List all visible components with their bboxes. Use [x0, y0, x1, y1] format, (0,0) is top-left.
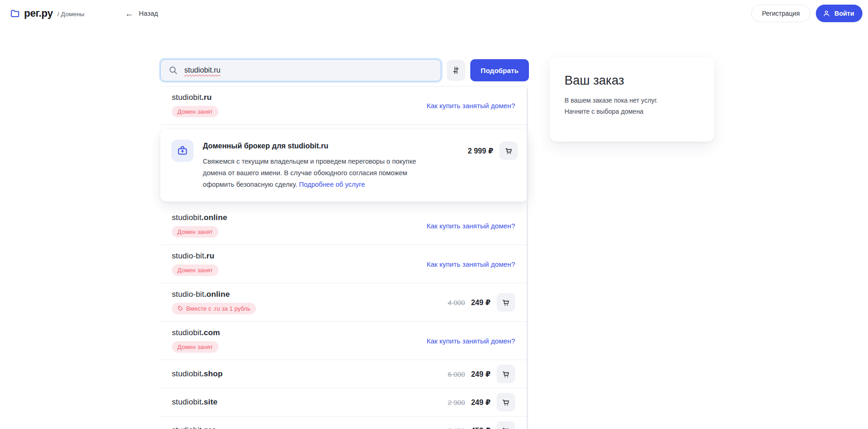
domain-result-row: studio-bit.ru Домен занят Как купить зан…	[160, 245, 528, 283]
domain-busy-badge: Домен занят	[172, 264, 219, 276]
login-button[interactable]: Войти	[816, 5, 862, 22]
sliders-icon	[451, 66, 461, 75]
domain-info: studiobit.shop	[172, 363, 223, 386]
domain-info: studiobit.online Домен занят	[172, 207, 227, 245]
old-price: 2 900	[448, 398, 465, 406]
domain-result-row: studiobit.online Домен занят Как купить …	[160, 207, 528, 245]
add-to-cart-button[interactable]	[497, 293, 515, 312]
order-summary-card: Ваш заказ В вашем заказе пока нет услуг.…	[550, 57, 714, 141]
row-actions: 4 000 249 ₽	[448, 293, 515, 312]
domain-search-page: рег.ру / Домены ← Назад Регистрация Войт…	[0, 0, 868, 429]
cart-icon	[501, 398, 511, 407]
broker-actions: 2 999 ₽	[467, 141, 518, 160]
broker-description: Свяжемся с текущим владельцем и проведем…	[203, 156, 434, 190]
order-empty-text: В вашем заказе пока нет услуг. Начните с…	[565, 95, 680, 117]
how-to-buy-busy-domain-link[interactable]: Как купить занятый домен?	[426, 222, 515, 230]
domain-tld: .ru	[201, 93, 212, 102]
domain-base: studio-bit	[172, 290, 204, 299]
folder-icon	[10, 9, 20, 18]
domain-info: studiobit.site	[172, 391, 218, 414]
domain-name: studio-bit.ru	[172, 251, 219, 261]
price: 249 ₽	[471, 370, 491, 379]
add-to-cart-button[interactable]	[497, 365, 515, 383]
search-submit-button[interactable]: Подобрать	[470, 59, 529, 81]
briefcase-icon	[171, 140, 194, 162]
broker-price: 2 999 ₽	[467, 147, 493, 155]
price: 249 ₽	[471, 398, 491, 407]
row-actions: 2 900 249 ₽	[448, 393, 515, 411]
cart-icon	[501, 426, 511, 429]
back-label: Назад	[139, 10, 158, 17]
domain-info: studio-bit.ru Домен занят	[172, 245, 219, 283]
row-actions: Как купить занятый домен?	[426, 260, 515, 268]
back-button[interactable]: ← Назад	[125, 9, 158, 18]
add-to-cart-button[interactable]	[497, 421, 515, 429]
domain-name: studio-bit.online	[172, 290, 256, 299]
old-price: 6 000	[448, 370, 465, 378]
row-actions: Как купить занятый домен?	[426, 222, 515, 230]
domain-base: studio-bit	[172, 251, 204, 260]
cart-icon	[501, 298, 511, 307]
domain-base: studiobit	[172, 398, 201, 406]
domain-result-row: studiobit.pro 2 496 459 ₽	[160, 417, 528, 429]
domain-base: studiobit	[172, 93, 201, 102]
results-list: studiobit.ru Домен занят Как купить заня…	[160, 86, 528, 429]
user-icon	[822, 9, 831, 18]
domain-tld: .online	[204, 290, 230, 299]
domain-tld: .pro	[201, 426, 217, 429]
logo[interactable]: рег.ру	[10, 7, 53, 19]
domain-tld: .shop	[201, 369, 223, 378]
add-to-cart-button[interactable]	[497, 393, 515, 411]
promo-badge: Вместе с .ru за 1 рубль	[172, 303, 256, 314]
login-label: Войти	[834, 10, 854, 17]
domain-result-row: studiobit.ru Домен занят Как купить заня…	[160, 86, 528, 125]
domain-info: studio-bit.online Вместе с .ru за 1 рубл…	[172, 283, 256, 321]
row-actions: 6 000 249 ₽	[448, 365, 515, 383]
domain-name: studiobit.site	[172, 398, 218, 407]
broker-title: Доменный брокер для studiobit.ru	[203, 142, 458, 150]
domain-result-row: studio-bit.online Вместе с .ru за 1 рубл…	[160, 283, 528, 322]
results-scrollbar[interactable]	[527, 88, 528, 429]
add-to-cart-button[interactable]	[499, 141, 518, 160]
domain-base: studiobit	[172, 328, 201, 337]
domain-base: studiobit	[172, 426, 201, 429]
domain-name: studiobit.ru	[172, 93, 219, 102]
domain-tld: .online	[201, 213, 227, 222]
row-actions: 2 496 459 ₽	[448, 421, 515, 429]
domain-info: studiobit.pro	[172, 419, 217, 429]
domain-name: studiobit.pro	[172, 426, 217, 429]
price: 459 ₽	[471, 426, 491, 429]
how-to-buy-busy-domain-link[interactable]: Как купить занятый домен?	[426, 260, 515, 268]
logo-text: рег.ру	[24, 7, 53, 19]
search-input[interactable]: studiobit.ru	[160, 59, 441, 81]
domain-result-row: studiobit.site 2 900 249 ₽	[160, 388, 528, 417]
filter-button[interactable]	[447, 60, 465, 81]
cart-icon	[501, 369, 511, 379]
breadcrumb: / Домены	[57, 11, 84, 18]
domain-name: studiobit.online	[172, 213, 227, 222]
cart-icon	[504, 146, 514, 156]
how-to-buy-busy-domain-link[interactable]: Как купить занятый домен?	[426, 102, 515, 110]
domain-busy-badge: Домен занят	[172, 341, 219, 353]
broker-info: Доменный брокер для studiobit.ru Свяжемс…	[203, 140, 458, 190]
domain-name: studiobit.com	[172, 328, 220, 337]
arrow-left-icon: ←	[125, 9, 134, 18]
domain-info: studiobit.ru Домен занят	[172, 86, 219, 124]
domain-info: studiobit.com Домен занят	[172, 322, 220, 360]
search-value: studiobit.ru	[184, 66, 220, 74]
domain-name: studiobit.shop	[172, 369, 223, 379]
old-price: 4 000	[448, 299, 465, 306]
domain-result-row: studiobit.com Домен занят Как купить зан…	[160, 322, 528, 360]
search-bar: studiobit.ru Подобрать	[160, 59, 529, 81]
domain-result-row: studiobit.shop 6 000 249 ₽	[160, 360, 528, 388]
domain-busy-badge: Домен занят	[172, 106, 219, 117]
domain-tld: .ru	[204, 251, 214, 260]
row-actions: Как купить занятый домен?	[426, 337, 515, 345]
domain-busy-badge: Домен занят	[172, 226, 219, 238]
how-to-buy-busy-domain-link[interactable]: Как купить занятый домен?	[426, 337, 515, 345]
broker-details-link[interactable]: Подробнее об услуге	[299, 181, 365, 188]
domain-tld: .site	[201, 398, 218, 406]
domain-base: studiobit	[172, 369, 201, 378]
register-button[interactable]: Регистрация	[751, 5, 810, 22]
row-actions: Как купить занятый домен?	[426, 102, 515, 110]
